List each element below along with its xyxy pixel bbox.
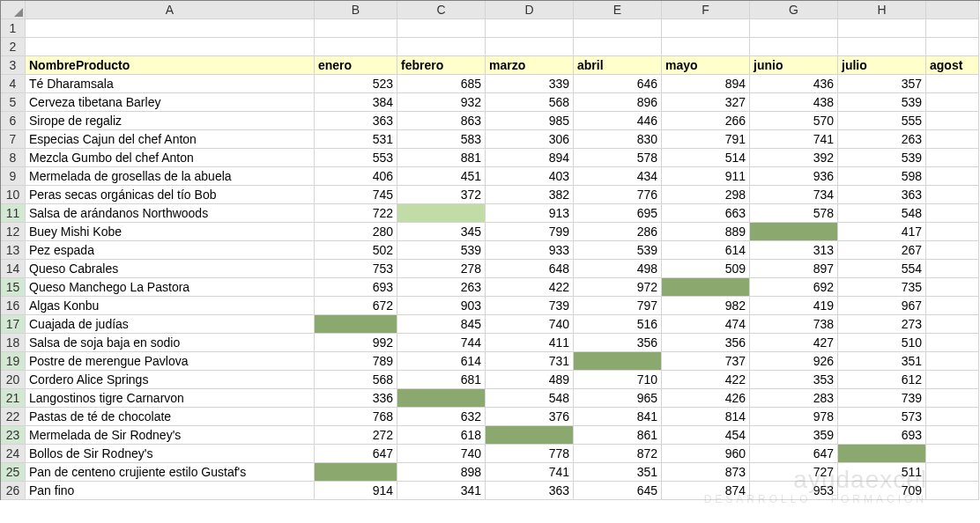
cell[interactable]: 744: [397, 334, 486, 352]
cell[interactable]: 539: [574, 241, 662, 260]
cell[interactable]: [926, 426, 979, 445]
cell[interactable]: 514: [662, 149, 750, 167]
cell[interactable]: 446: [574, 112, 662, 130]
cell[interactable]: Peras secas orgánicas del tío Bob: [26, 186, 315, 204]
cell[interactable]: 814: [662, 408, 750, 426]
cell[interactable]: 965: [574, 389, 662, 408]
cell[interactable]: Mezcla Gumbo del chef Anton: [26, 149, 315, 167]
cell[interactable]: 681: [397, 371, 486, 389]
row-header[interactable]: 14: [1, 260, 26, 278]
cell[interactable]: 953: [750, 482, 838, 500]
table-header-cell[interactable]: marzo: [486, 56, 574, 75]
cell[interactable]: 351: [838, 352, 926, 371]
column-header-A[interactable]: A: [26, 1, 315, 19]
cell[interactable]: 454: [662, 426, 750, 445]
cell[interactable]: 372: [397, 186, 486, 204]
cell[interactable]: 419: [750, 297, 838, 315]
cell[interactable]: 926: [750, 352, 838, 371]
row-header[interactable]: 4: [1, 75, 26, 93]
cell[interactable]: 263: [397, 278, 486, 297]
cell[interactable]: 791: [662, 130, 750, 149]
cell[interactable]: Especias Cajun del chef Anton: [26, 130, 315, 149]
cell[interactable]: 845: [397, 315, 486, 334]
cell[interactable]: 685: [397, 75, 486, 93]
cell[interactable]: [315, 315, 397, 334]
cell[interactable]: [926, 389, 979, 408]
row-header[interactable]: 6: [1, 112, 26, 130]
cell[interactable]: Pan de centeno crujiente estilo Gustaf's: [26, 463, 315, 482]
cell[interactable]: 436: [750, 75, 838, 93]
cell[interactable]: 568: [486, 93, 574, 112]
cell[interactable]: 511: [838, 463, 926, 482]
cell[interactable]: [574, 38, 662, 56]
cell[interactable]: 737: [662, 352, 750, 371]
cell[interactable]: 403: [486, 167, 574, 186]
cell[interactable]: 741: [486, 463, 574, 482]
cell[interactable]: 266: [662, 112, 750, 130]
cell[interactable]: [926, 278, 979, 297]
cell[interactable]: 474: [662, 315, 750, 334]
column-header-C[interactable]: C: [397, 1, 486, 19]
cell[interactable]: [397, 389, 486, 408]
cell[interactable]: [926, 297, 979, 315]
cell[interactable]: [574, 19, 662, 38]
cell[interactable]: 841: [574, 408, 662, 426]
cell[interactable]: 489: [486, 371, 574, 389]
cell[interactable]: [662, 278, 750, 297]
cell[interactable]: Pastas de té de chocolate: [26, 408, 315, 426]
cell[interactable]: [397, 38, 486, 56]
cell[interactable]: 359: [750, 426, 838, 445]
cell[interactable]: 539: [397, 241, 486, 260]
cell[interactable]: 614: [662, 241, 750, 260]
table-header-cell[interactable]: febrero: [397, 56, 486, 75]
cell[interactable]: 363: [838, 186, 926, 204]
row-header[interactable]: 22: [1, 408, 26, 426]
cell[interactable]: 523: [315, 75, 397, 93]
cell[interactable]: 341: [397, 482, 486, 500]
cell[interactable]: 422: [486, 278, 574, 297]
cell[interactable]: 646: [574, 75, 662, 93]
cell[interactable]: 339: [486, 75, 574, 93]
cell[interactable]: 509: [662, 260, 750, 278]
cell[interactable]: [926, 315, 979, 334]
cell[interactable]: 648: [486, 260, 574, 278]
cell[interactable]: [926, 334, 979, 352]
cell[interactable]: 363: [315, 112, 397, 130]
cell[interactable]: [926, 352, 979, 371]
cell[interactable]: Mermelada de grosellas de la abuela: [26, 167, 315, 186]
row-header[interactable]: 15: [1, 278, 26, 297]
cell[interactable]: 357: [838, 75, 926, 93]
cell[interactable]: [486, 38, 574, 56]
cell[interactable]: 936: [750, 167, 838, 186]
cell[interactable]: 280: [315, 223, 397, 241]
cell[interactable]: Cerveza tibetana Barley: [26, 93, 315, 112]
cell[interactable]: 278: [397, 260, 486, 278]
cell[interactable]: 351: [574, 463, 662, 482]
table-header-cell[interactable]: mayo: [662, 56, 750, 75]
cell[interactable]: 740: [397, 445, 486, 463]
cell[interactable]: Té Dharamsala: [26, 75, 315, 93]
cell[interactable]: 392: [750, 149, 838, 167]
cell[interactable]: 872: [574, 445, 662, 463]
cell[interactable]: [315, 19, 397, 38]
cell[interactable]: [397, 204, 486, 223]
cell[interactable]: 498: [574, 260, 662, 278]
cell[interactable]: Salsa de soja baja en sodio: [26, 334, 315, 352]
cell[interactable]: [926, 463, 979, 482]
cell[interactable]: [926, 19, 979, 38]
cell[interactable]: Postre de merengue Pavlova: [26, 352, 315, 371]
cell[interactable]: 741: [750, 130, 838, 149]
row-header[interactable]: 10: [1, 186, 26, 204]
cell[interactable]: 438: [750, 93, 838, 112]
row-header[interactable]: 7: [1, 130, 26, 149]
cell[interactable]: 874: [662, 482, 750, 500]
cell[interactable]: 897: [750, 260, 838, 278]
column-header-E[interactable]: E: [574, 1, 662, 19]
cell[interactable]: [662, 38, 750, 56]
cell[interactable]: [926, 186, 979, 204]
cell[interactable]: [926, 75, 979, 93]
cell[interactable]: 830: [574, 130, 662, 149]
table-header-cell[interactable]: enero: [315, 56, 397, 75]
cell[interactable]: 363: [486, 482, 574, 500]
cell[interactable]: 406: [315, 167, 397, 186]
